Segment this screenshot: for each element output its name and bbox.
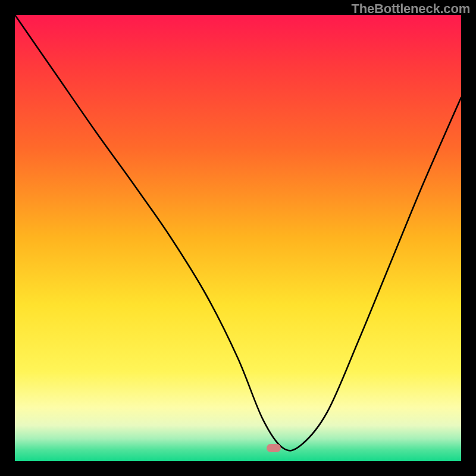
plot-area xyxy=(15,15,461,461)
chart-svg xyxy=(15,15,461,461)
chart-frame: TheBottleneck.com xyxy=(0,0,476,476)
gradient-background xyxy=(15,15,461,461)
optimal-marker xyxy=(267,444,281,452)
